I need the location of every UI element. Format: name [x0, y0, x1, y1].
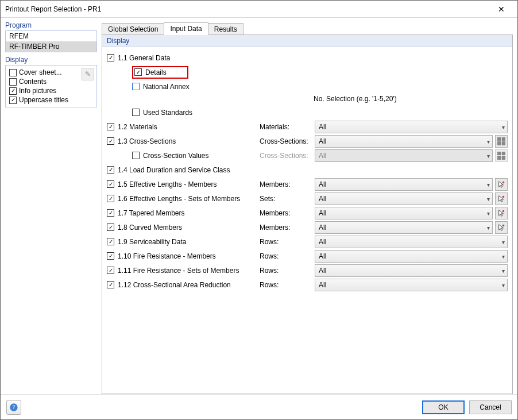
help-icon: ?	[9, 403, 18, 412]
chevron-down-icon: ▾	[487, 138, 490, 144]
display-option[interactable]: Info pictures	[9, 86, 93, 95]
checkbox[interactable]	[107, 54, 114, 61]
dropdown[interactable]: All▾	[315, 250, 508, 263]
svg-point-0	[502, 181, 505, 183]
display-option[interactable]: Uppercase titles	[9, 95, 93, 105]
cursor-icon	[497, 195, 505, 203]
pick-button[interactable]	[495, 221, 508, 234]
checkbox[interactable]	[132, 152, 140, 159]
selection-area: All▾	[315, 178, 508, 191]
selection-label: Members:	[260, 224, 311, 232]
checkbox[interactable]	[107, 252, 114, 260]
checkbox[interactable]	[9, 78, 17, 86]
selection-area: All▾	[315, 250, 508, 263]
dropdown-value: All	[319, 123, 326, 131]
checkbox[interactable]	[107, 281, 114, 288]
checkbox[interactable]	[9, 87, 17, 95]
dropdown[interactable]: All▾	[315, 121, 508, 133]
selection-label: Rows:	[260, 252, 311, 260]
checkbox[interactable]	[107, 195, 114, 202]
dropdown-value: All	[319, 152, 326, 160]
pick-button[interactable]	[495, 207, 508, 219]
svg-point-1	[502, 195, 505, 198]
tab[interactable]: Input Data	[164, 22, 208, 35]
option-row: 1.11 Fire Resistance - Sets of MembersRo…	[107, 263, 508, 278]
row-check-area: 1.9 Serviceability Data	[107, 238, 256, 246]
checkbox[interactable]	[132, 109, 140, 116]
dropdown-value: All	[319, 209, 326, 217]
ok-button[interactable]: OK	[422, 400, 465, 414]
row-label: Details	[145, 68, 167, 76]
checkbox[interactable]	[134, 68, 142, 76]
dropdown[interactable]: All▾	[315, 192, 493, 205]
program-list[interactable]: RFEMRF-TIMBER Pro	[5, 30, 97, 52]
table-select-button[interactable]	[495, 135, 508, 148]
checkbox[interactable]	[9, 69, 17, 76]
row-label: 1.7 Tapered Members	[118, 209, 185, 217]
tab[interactable]: Global Selection	[102, 23, 164, 35]
pick-button[interactable]	[495, 192, 508, 205]
dropdown-value: All	[319, 281, 326, 289]
chevron-down-icon: ▾	[487, 210, 490, 216]
row-label: National Annex	[143, 83, 190, 91]
checkbox[interactable]	[107, 166, 114, 174]
dropdown: All▾	[315, 149, 493, 162]
dropdown[interactable]: All▾	[315, 236, 508, 248]
pick-button[interactable]	[495, 178, 508, 191]
checkbox[interactable]	[107, 137, 114, 145]
display-option-label: Contents	[19, 78, 47, 86]
checkbox[interactable]	[107, 123, 114, 130]
display-left-label: Display	[5, 56, 97, 65]
dropdown-value: All	[319, 267, 326, 275]
dropdown[interactable]: All▾	[315, 279, 508, 291]
program-item[interactable]: RFEM	[6, 31, 96, 41]
chevron-down-icon: ▾	[502, 267, 505, 273]
cursor-icon	[497, 224, 505, 232]
tab[interactable]: Results	[208, 23, 243, 35]
display-option-label: Uppercase titles	[19, 96, 68, 104]
checkbox[interactable]	[107, 267, 114, 274]
cancel-button[interactable]: Cancel	[469, 400, 512, 414]
option-row: Details	[107, 65, 508, 79]
option-row: 1.5 Effective Lengths - MembersMembers:A…	[107, 177, 508, 191]
left-column: Program RFEMRF-TIMBER Pro Display ✎ Cove…	[5, 21, 97, 394]
display-option[interactable]: Cover sheet...	[9, 68, 93, 77]
selection-area: All▾	[315, 221, 508, 234]
window-title: Printout Report Selection - PR1	[5, 5, 490, 13]
svg-point-3	[502, 224, 505, 226]
checkbox[interactable]	[107, 224, 114, 231]
checkbox[interactable]	[107, 180, 114, 188]
dropdown[interactable]: All▾	[315, 178, 493, 191]
grid-icon	[497, 152, 505, 160]
dropdown-value: All	[319, 238, 326, 246]
help-button[interactable]: ?	[6, 400, 21, 415]
dropdown[interactable]: All▾	[315, 221, 493, 234]
close-button[interactable]: ✕	[490, 1, 513, 17]
display-left-box: ✎ Cover sheet...ContentsInfo picturesUpp…	[5, 65, 97, 107]
display-option-label: Cover sheet...	[19, 68, 62, 76]
selection-area: All▾	[315, 207, 508, 219]
checkbox[interactable]	[107, 238, 114, 245]
tab-panel: Display 1.1 General DataDetailsNational …	[102, 34, 513, 394]
dropdown[interactable]: All▾	[315, 207, 493, 219]
right-column: Global SelectionInput DataResults Displa…	[102, 21, 513, 394]
dropdown-value: All	[319, 180, 326, 188]
selection-label: Cross-Sections:	[260, 152, 311, 160]
row-check-area: 1.6 Effective Lengths - Sets of Members	[107, 195, 256, 203]
selection-label: Members:	[260, 209, 311, 217]
row-check-area: Details	[107, 66, 256, 79]
row-check-area: 1.12 Cross-Sectional Area Reduction	[107, 281, 256, 289]
program-item[interactable]: RF-TIMBER Pro	[6, 41, 96, 52]
selection-header: No. Selection (e.g. '1-5,20')	[314, 94, 508, 105]
checkbox[interactable]	[107, 209, 114, 217]
content-area: Program RFEMRF-TIMBER Pro Display ✎ Cove…	[1, 18, 517, 394]
dropdown[interactable]: All▾	[315, 264, 508, 277]
row-check-area: 1.2 Materials	[107, 123, 256, 131]
chevron-down-icon: ▾	[502, 238, 505, 245]
checkbox[interactable]	[132, 83, 140, 90]
footer: ? OK Cancel	[1, 394, 517, 419]
display-option[interactable]: Contents	[9, 77, 93, 86]
checkbox[interactable]	[9, 97, 17, 104]
row-label: Cross-Section Values	[143, 152, 209, 160]
dropdown[interactable]: All▾	[315, 135, 493, 148]
